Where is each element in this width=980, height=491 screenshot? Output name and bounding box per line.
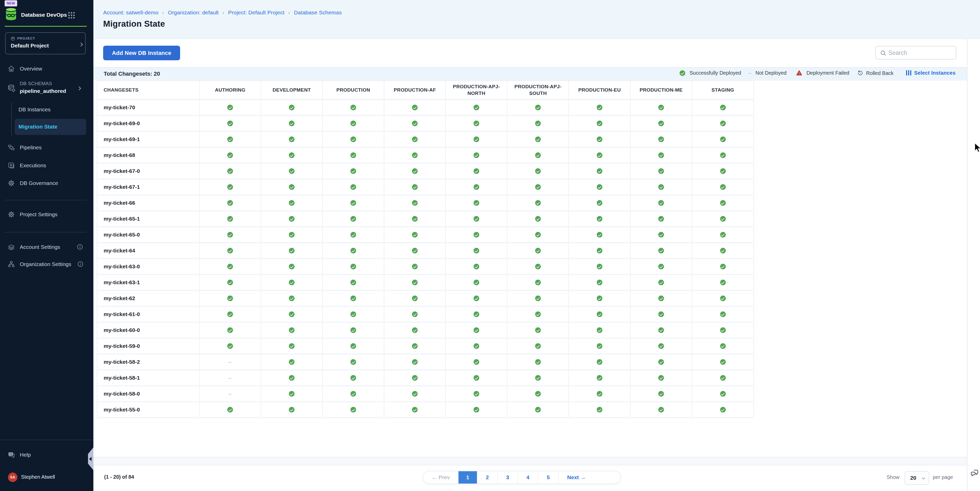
svg-text:?: ?: [10, 453, 11, 456]
